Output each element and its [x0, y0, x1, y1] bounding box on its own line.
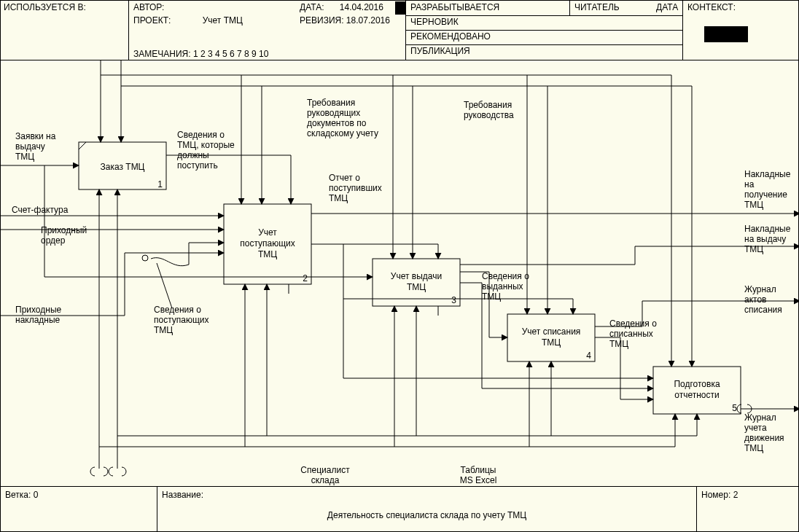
out-zhurnal-akt-l3: списания — [744, 305, 782, 315]
header: ИСПОЛЬЗУЕТСЯ В: АВТОР: ПРОЕКТ: Учет ТМЦ … — [0, 0, 799, 60]
number-label: Номер: — [701, 490, 730, 500]
sved-dolzhny-l4: поступить — [177, 160, 218, 171]
status-draft: ЧЕРНОВИК — [410, 17, 459, 27]
box2-l3: ТМЦ — [258, 249, 277, 259]
activity-box-4: Учет списания ТМЦ 4 — [507, 314, 595, 361]
status-rec: РЕКОМЕНДОВАНО — [410, 31, 491, 42]
in-zayavki-l1: Заявки на — [15, 131, 56, 141]
in-prihorder-l2: ордер — [41, 235, 66, 246]
project-value: Учет ТМЦ — [203, 15, 243, 26]
footer: Ветка: 0 Название: Деятельность специали… — [0, 487, 799, 532]
treb-ruk-l2: руководства — [464, 110, 514, 120]
status-pub: ПУБЛИКАЦИЯ — [410, 46, 470, 56]
in-prihnakl-l2: накладные — [15, 315, 61, 325]
sved-spis-l2: списанных — [609, 329, 653, 339]
treb-ruk-l1: Требования — [464, 100, 512, 110]
date-value: 14.04.2016 — [340, 2, 383, 12]
out-nakl-vyd-l3: ТМЦ — [744, 244, 763, 254]
box2-num: 2 — [303, 273, 308, 283]
number-value: 2 — [733, 490, 738, 500]
context-label: КОНТЕКСТ: — [687, 2, 736, 12]
box5-num: 5 — [732, 403, 737, 413]
idef0-diagram-page: ИСПОЛЬЗУЕТСЯ В: АВТОР: ПРОЕКТ: Учет ТМЦ … — [0, 0, 799, 532]
out-nakl-pol-l4: ТМЦ — [744, 200, 763, 210]
idef0-svg: Заказ ТМЦ 1 Учет поступающих ТМЦ 2 Учет … — [1, 60, 799, 487]
box5-l2: отчетности — [674, 390, 719, 400]
box2-l2: поступающих — [240, 238, 295, 249]
out-nakl-vyd-l1: Накладные — [744, 224, 791, 234]
activity-box-1: Заказ ТМЦ 1 — [79, 142, 166, 189]
mech-spec-l2: склада — [311, 475, 340, 485]
title-value: Деятельность специалиста склада по учету… — [327, 510, 526, 520]
box4-num: 4 — [586, 351, 591, 361]
in-schet: Счет-фактура — [12, 205, 69, 215]
status-developing: РАЗРАБЫТЫВАЕТСЯ — [410, 2, 499, 12]
out-zhurnal-akt-l2: актов — [744, 294, 766, 305]
box4-l2: ТМЦ — [542, 337, 561, 348]
box3-l1: Учет выдачи — [391, 271, 442, 281]
mech-excel-l1: Таблицы — [460, 465, 496, 475]
in-zayavki-l2: выдачу — [15, 141, 45, 152]
diagram-area: Заказ ТМЦ 1 Учет поступающих ТМЦ 2 Учет … — [0, 60, 799, 487]
otchet-post-l1: Отчет о — [329, 173, 360, 183]
author-label: АВТОР: — [133, 2, 164, 12]
out-nakl-pol-l2: на — [744, 179, 755, 189]
otchet-post-l3: ТМЦ — [329, 193, 348, 203]
out-zhurnal-dv-l2: учета — [744, 423, 767, 433]
sved-post-l3: ТМЦ — [154, 325, 173, 335]
mech-excel-l2: MS Excel — [460, 475, 497, 485]
in-prihorder-l1: Приходный — [41, 225, 87, 235]
reader-date-label: ДАТА — [656, 2, 678, 12]
sved-post-l2: поступающих — [154, 315, 209, 325]
status-marker-icon — [395, 1, 405, 15]
treb-doc-l3: документов по — [307, 118, 367, 128]
mech-spec-l1: Специалист — [300, 465, 350, 475]
treb-doc-l4: складскому учету — [307, 128, 378, 138]
box2-l1: Учет — [258, 227, 277, 238]
notes-value: 1 2 3 4 5 6 7 8 9 10 — [193, 49, 268, 59]
in-prihnakl-l1: Приходные — [15, 305, 62, 315]
out-zhurnal-dv-l4: ТМЦ — [744, 443, 763, 453]
sved-vyd-l2: выданных — [482, 281, 523, 292]
revision-value: 18.07.2016 — [346, 15, 390, 26]
sved-dolzhny-l2: ТМЦ, которые — [177, 140, 235, 150]
notes-label: ЗАМЕЧАНИЯ: — [133, 49, 191, 59]
sved-vyd-l3: ТМЦ — [482, 292, 501, 302]
box5-l1: Подготовка — [674, 379, 720, 389]
used-in-label: ИСПОЛЬЗУЕТСЯ В: — [4, 2, 86, 12]
sved-dolzhny-l3: должны — [177, 150, 209, 160]
sved-dolzhny-l1: Сведения о — [177, 130, 225, 140]
in-zayavki-l3: ТМЦ — [15, 152, 34, 162]
out-nakl-pol-l1: Накладные — [744, 169, 791, 179]
out-nakl-pol-l3: получение — [744, 189, 787, 200]
title-label: Название: — [162, 490, 203, 500]
sved-post-l1: Сведения о — [154, 305, 201, 315]
box1-title: Заказ ТМЦ — [100, 162, 144, 172]
sved-spis-l1: Сведения о — [609, 318, 657, 329]
box4-l1: Учет списания — [522, 326, 581, 337]
reader-label: ЧИТАТЕЛЬ — [574, 2, 620, 12]
context-box-icon — [704, 26, 748, 42]
sved-spis-l3: ТМЦ — [609, 339, 628, 349]
out-nakl-vyd-l2: на выдачу — [744, 234, 786, 244]
branch-value: 0 — [34, 490, 39, 500]
out-zhurnal-dv-l3: движения — [744, 433, 784, 443]
box3-num: 3 — [451, 295, 456, 305]
activity-box-2: Учет поступающих ТМЦ 2 — [224, 204, 311, 284]
branch-label: Ветка: — [5, 490, 31, 500]
box3-l2: ТМЦ — [407, 282, 426, 292]
activity-box-5: Подготовка отчетности 5 — [653, 367, 741, 414]
out-zhurnal-dv-l1: Журнал — [744, 412, 776, 423]
out-zhurnal-akt-l1: Журнал — [744, 284, 776, 294]
date-label: ДАТА: — [300, 2, 324, 12]
box1-num: 1 — [157, 179, 163, 189]
treb-doc-l1: Требования — [307, 98, 355, 108]
otchet-post-l2: поступивших — [329, 183, 382, 193]
revision-label: РЕВИЗИЯ: — [300, 15, 344, 26]
project-label: ПРОЕКТ: — [133, 15, 171, 26]
treb-doc-l2: руководящих — [307, 108, 360, 118]
